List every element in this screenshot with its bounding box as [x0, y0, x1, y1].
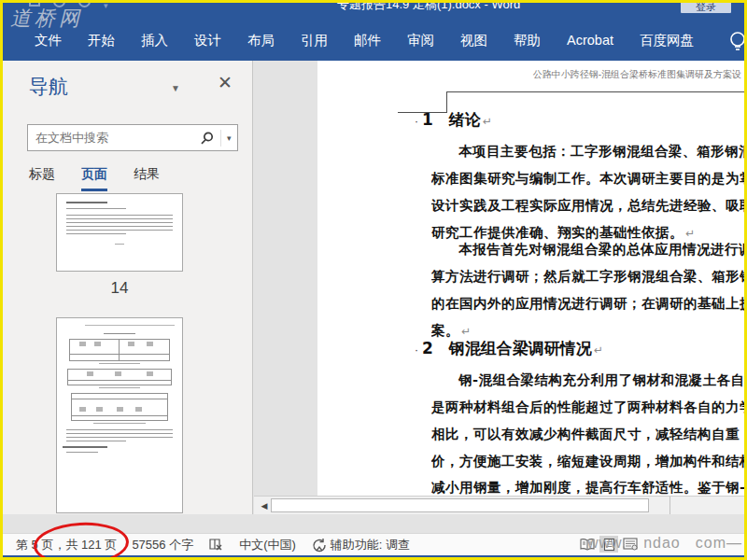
thumbnail-page-15[interactable]	[56, 317, 183, 513]
word-count-status[interactable]: 57556 个字	[132, 537, 193, 553]
accessibility-status[interactable]: 辅助功能: 调查	[311, 537, 410, 553]
login-button[interactable]: 登录	[681, 3, 731, 13]
document-search-box[interactable]: ▾	[27, 124, 238, 151]
body-line: 研究工作提供准确、翔实的基础性依据。↵	[431, 224, 747, 242]
view-shortcuts	[578, 536, 640, 553]
tab-layout[interactable]: 布局	[234, 20, 288, 61]
navigation-close-icon[interactable]: ✕	[218, 72, 233, 93]
search-icon[interactable]	[200, 131, 220, 146]
tab-design[interactable]: 设计	[181, 20, 234, 61]
title-bar: ▾ 专题报告14.9 定稿(1).docx - Word 登录	[3, 3, 744, 20]
body-line: 本报告首先对钢混组合梁的总体应用情况进行调研；对当前钢混组合梁	[431, 241, 747, 259]
document-area: 公路中小跨径钢-混组合梁桥标准图集调研及方案设 · 1 绪论↵ 本项目主要包括：…	[254, 61, 747, 514]
tab-baidu-netdisk[interactable]: 百度网盘	[627, 20, 707, 61]
paragraph-mark: ↵	[594, 343, 603, 357]
tab-acrobat[interactable]: Acrobat	[554, 20, 627, 61]
thumbnail-page-14-label: 14	[56, 279, 183, 298]
thumbnail-caption	[99, 387, 140, 388]
horizontal-scroll-thumb[interactable]	[271, 498, 649, 512]
qat-customize-caret-icon[interactable]: ▾	[104, 3, 108, 10]
outline-bullet: ·	[415, 343, 418, 357]
proofing-errors-icon[interactable]	[208, 538, 224, 552]
search-options-caret-icon[interactable]: ▾	[220, 130, 237, 147]
tab-references[interactable]: 引用	[288, 20, 341, 61]
navigation-options-caret-icon[interactable]: ▼	[171, 83, 180, 93]
body-line: 本项目主要包括：工字形钢混组合梁、箱形钢混组合梁、波形钢腹板组	[431, 143, 747, 161]
status-bar: 第 5 页，共 121 页 57556 个字 中文(中国) 辅助功能: 调查	[3, 533, 744, 557]
body-line: 是两种材料组合后的性能超过了两种材料各自的力学性能。组合结构与混凝	[431, 399, 747, 416]
read-mode-icon[interactable]	[578, 536, 597, 553]
search-input[interactable]	[28, 131, 200, 145]
nav-tab-pages[interactable]: 页面	[81, 166, 107, 191]
heading-2: 2 钢混组合梁调研情况↵	[422, 338, 603, 359]
header-rule	[446, 91, 747, 92]
thumbnail-caption	[99, 363, 140, 364]
navigation-tabs: 标题 页面 结果	[29, 166, 160, 191]
thumbnail-caption	[93, 423, 146, 424]
window-title: 专题报告14.9 定稿(1).docx - Word	[337, 3, 520, 13]
body-line: 钢-混组合梁结构充分利用了钢材和混凝土各自的材料性能，最大的技	[431, 371, 747, 389]
tab-insert[interactable]: 插入	[128, 20, 181, 61]
body-line: 的在国内外的应用情况进行调研；在调研的基础上提出本次通用图编制的具	[431, 295, 747, 313]
body-line: 减小用钢量，增加刚度，提高行车舒适性。鉴于钢-混组合梁上述特点，其	[431, 479, 747, 497]
paragraph-mark: ↵	[685, 227, 696, 240]
page-thumbnail-list: 14	[3, 193, 252, 514]
heading-1: 1 绪论↵	[422, 109, 492, 131]
watermark-daoqiao: 道桥网	[10, 5, 83, 33]
outline-bullet: ·	[415, 115, 418, 128]
navigation-pane-title: 导航	[29, 74, 68, 100]
tell-me-lightbulb-icon[interactable]	[726, 29, 747, 53]
tab-view[interactable]: 视图	[447, 20, 500, 61]
word-window: ▾ 专题报告14.9 定稿(1).docx - Word 登录 道桥网 文件 开…	[0, 0, 747, 560]
print-layout-icon[interactable]	[599, 536, 618, 553]
language-status[interactable]: 中文(中国)	[239, 537, 296, 553]
navigation-pane: 导航 ▼ ✕ ▾ 标题 页面 结果	[3, 61, 253, 514]
body-line: 相比，可以有效减少构件截面尺寸，减轻结构自重，减少地震作用，降低造	[431, 426, 747, 443]
thumbnail-page-14[interactable]	[56, 193, 183, 272]
document-page[interactable]: 公路中小跨径钢-混组合梁桥标准图集调研及方案设 · 1 绪论↵ 本项目主要包括：…	[317, 61, 747, 514]
tab-mailings[interactable]: 邮件	[341, 20, 394, 61]
web-layout-icon[interactable]	[621, 536, 640, 553]
page-header-text: 公路中小跨径钢-混组合梁桥标准图集调研及方案设	[533, 68, 741, 81]
page-number-status[interactable]: 第 5 页，共 121 页	[16, 537, 117, 553]
thumbnail-diagram	[71, 393, 168, 421]
scrollbar-divider	[669, 497, 670, 514]
thumbnail-diagram	[67, 369, 172, 385]
nav-tab-headings[interactable]: 标题	[29, 166, 55, 191]
body-line: 标准图集研究与编制工作。本次调研主要目的是为掌握目前各桥型结构计算	[431, 170, 747, 188]
scroll-left-arrow-icon[interactable]: ◀	[258, 499, 271, 512]
paragraph-mark: ↵	[461, 325, 472, 338]
accessibility-icon	[311, 538, 326, 553]
thumbnail-diagram	[69, 339, 170, 361]
paragraph-mark: ↵	[483, 115, 492, 128]
body-line: 价，方便施工安装，缩短建设周期，增加构件和结构的延性；与钢结构相比	[431, 453, 747, 470]
ribbon-tab-bar: 文件 开始 插入 设计 布局 引用 邮件 审阅 视图 帮助 Acrobat 百度…	[3, 20, 744, 61]
body-line: 设计实践及工程实际应用情况，总结先进经验、吸取教训，为《图集》编制	[431, 197, 747, 215]
nav-tab-results[interactable]: 结果	[134, 166, 160, 191]
tab-help[interactable]: 帮助	[500, 20, 554, 61]
horizontal-scrollbar[interactable]: ◀	[254, 496, 747, 514]
tab-review[interactable]: 审阅	[394, 20, 447, 61]
body-line: 算方法进行调研；然后就工字形钢混组合梁、箱形钢混组合梁、波形钢腹板	[431, 268, 747, 286]
